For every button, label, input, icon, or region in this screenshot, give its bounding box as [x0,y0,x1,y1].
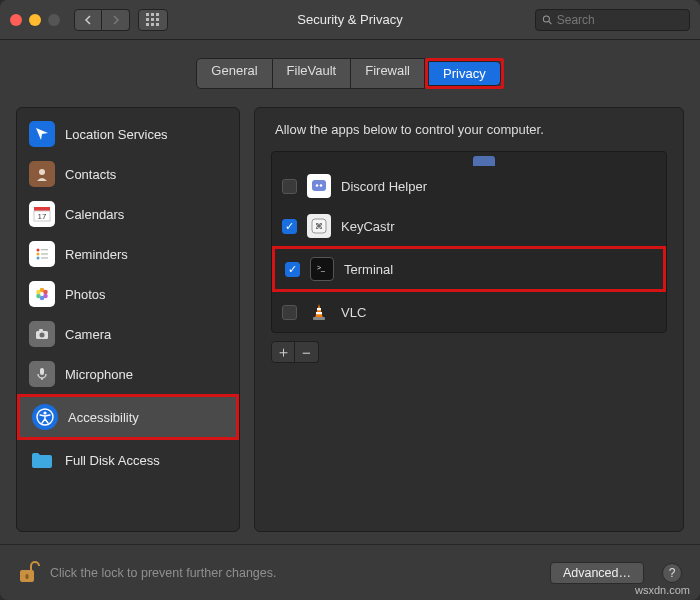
app-name: KeyCastr [341,219,394,234]
sidebar-item-label: Camera [65,327,111,342]
lock-open-icon [18,560,40,586]
svg-rect-16 [41,249,48,250]
svg-rect-6 [146,23,149,26]
show-all-button[interactable] [138,9,168,31]
svg-rect-8 [156,23,159,26]
reminders-icon [29,241,55,267]
folder-icon [29,447,55,473]
titlebar: Security & Privacy [0,0,700,40]
svg-point-23 [43,290,48,295]
svg-rect-7 [151,23,154,26]
preferences-window: Security & Privacy General FileVault Fir… [0,0,700,600]
app-list: Discord Helper ⌘ KeyCastr >_ Terminal [271,151,667,333]
accessibility-icon [32,404,58,430]
sidebar-item-label: Location Services [65,127,168,142]
advanced-button[interactable]: Advanced… [550,562,644,584]
sidebar-item-accessibility[interactable]: Accessibility [17,394,239,440]
photos-icon [29,281,55,307]
svg-rect-18 [41,253,48,254]
lock-hint-text: Click the lock to prevent further change… [50,566,277,580]
svg-text:17: 17 [38,212,47,221]
chevron-right-icon [111,15,121,25]
svg-point-26 [36,294,41,299]
footer: Click the lock to prevent further change… [0,544,700,600]
add-app-button[interactable]: ＋ [271,341,295,363]
svg-rect-29 [39,329,43,332]
sidebar-item-calendars[interactable]: 17 Calendars [17,194,239,234]
sidebar-item-label: Full Disk Access [65,453,160,468]
svg-point-9 [543,15,549,21]
search-field[interactable] [535,9,690,31]
sidebar-item-full-disk-access[interactable]: Full Disk Access [17,440,239,480]
search-input[interactable] [557,13,683,27]
checkbox[interactable] [282,179,297,194]
svg-rect-3 [146,18,149,21]
svg-point-34 [43,411,46,414]
svg-rect-47 [26,574,29,579]
sidebar-item-camera[interactable]: Camera [17,314,239,354]
sidebar-item-reminders[interactable]: Reminders [17,234,239,274]
app-name: Terminal [344,262,393,277]
sidebar-item-photos[interactable]: Photos [17,274,239,314]
sidebar-item-label: Contacts [65,167,116,182]
svg-rect-12 [34,207,50,211]
app-name: Discord Helper [341,179,427,194]
minimize-window-button[interactable] [29,14,41,26]
microphone-icon [29,361,55,387]
sidebar-item-microphone[interactable]: Microphone [17,354,239,394]
app-icon-peek [473,156,495,166]
tab-bar: General FileVault Firewall Privacy [0,40,700,107]
app-row-terminal[interactable]: >_ Terminal [272,246,666,292]
svg-point-19 [37,257,40,260]
app-name: VLC [341,305,366,320]
watermark: wsxdn.com [635,584,690,596]
svg-point-37 [320,184,323,187]
lock-button[interactable] [18,560,40,586]
back-button[interactable] [74,9,102,31]
sidebar-item-location-services[interactable]: Location Services [17,114,239,154]
svg-rect-43 [317,308,321,310]
svg-rect-1 [151,13,154,16]
svg-point-17 [37,253,40,256]
add-remove-controls: ＋ − [271,341,667,363]
close-window-button[interactable] [10,14,22,26]
svg-rect-20 [41,257,48,258]
checkbox[interactable] [285,262,300,277]
window-controls [10,14,60,26]
svg-line-10 [549,21,552,24]
sidebar-item-contacts[interactable]: Contacts [17,154,239,194]
tab-general[interactable]: General [196,58,272,89]
terminal-icon: >_ [310,257,334,281]
forward-button[interactable] [102,9,130,31]
sidebar-item-label: Photos [65,287,105,302]
app-row-keycastr[interactable]: ⌘ KeyCastr [272,206,666,246]
svg-point-30 [40,333,45,338]
app-row-discord-helper[interactable]: Discord Helper [272,166,666,206]
main-panel: Allow the apps below to control your com… [254,107,684,532]
sidebar-item-label: Reminders [65,247,128,262]
svg-rect-4 [151,18,154,21]
nav-buttons [74,9,130,31]
app-row-vlc[interactable]: VLC [272,292,666,332]
sidebar-item-label: Calendars [65,207,124,222]
sidebar-item-label: Microphone [65,367,133,382]
remove-app-button[interactable]: − [295,341,319,363]
window-title: Security & Privacy [297,12,402,27]
panel-description: Allow the apps below to control your com… [271,122,667,137]
help-button[interactable]: ? [662,563,682,583]
svg-marker-42 [315,304,323,318]
checkbox[interactable] [282,219,297,234]
chevron-left-icon [83,15,93,25]
svg-point-15 [37,249,40,252]
vlc-icon [307,300,331,324]
svg-point-36 [316,184,319,187]
tab-firewall[interactable]: Firewall [351,58,425,89]
discord-icon [307,174,331,198]
tab-privacy[interactable]: Privacy [428,61,501,86]
tab-filevault[interactable]: FileVault [273,58,352,89]
checkbox[interactable] [282,305,297,320]
contacts-icon [29,161,55,187]
svg-rect-0 [146,13,149,16]
calendar-icon: 17 [29,201,55,227]
svg-text:>_: >_ [317,264,325,272]
